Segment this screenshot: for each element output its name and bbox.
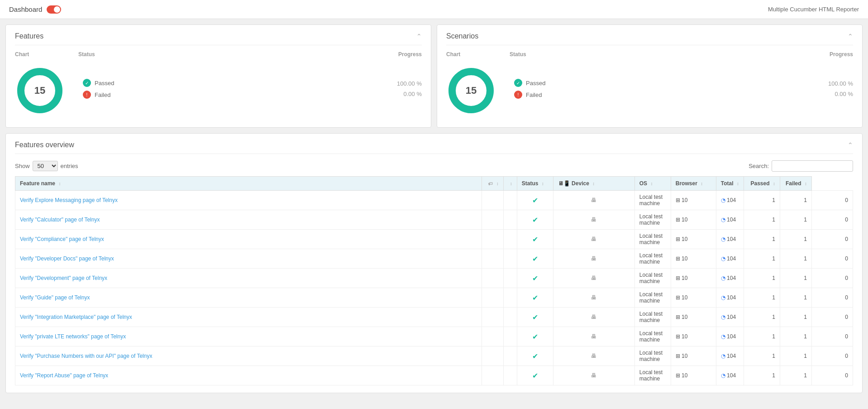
cell-status: ✔ (517, 269, 553, 288)
cell-os: ⊞ 10 (671, 308, 716, 327)
col-header-total[interactable]: Total ↕ (716, 177, 744, 191)
entries-select[interactable]: 50 25 10 100 (33, 161, 58, 171)
feature-name-link[interactable]: Verify "private LTE networks" page of Te… (20, 333, 126, 340)
cell-device-label: Local test machine (634, 288, 671, 308)
features-donut-value: 15 (34, 85, 45, 96)
cell-scenario-count (503, 191, 517, 210)
chrome-icon: ◔ (721, 217, 725, 223)
scenarios-passed-item: ✓ Passed (514, 79, 785, 87)
cell-device-icon: 🖶 (553, 210, 634, 230)
scenarios-progress-area: 100.00 % 0.00 % (803, 80, 853, 101)
sort-icon-scenarios: ↕ (510, 181, 512, 186)
cell-tags (482, 327, 503, 346)
cell-failed: 0 (811, 269, 853, 288)
chrome-icon: ◔ (721, 353, 725, 359)
status-check-icon: ✔ (532, 313, 538, 321)
cell-feature-name: Verify "Purchase Numbers with our API" p… (15, 346, 482, 366)
cell-total: 1 (744, 269, 780, 288)
col-header-feature-name[interactable]: Feature name ↕ (15, 177, 482, 191)
cell-passed: 1 (780, 288, 811, 308)
feature-name-link[interactable]: Verify "Development" page of Telnyx (20, 275, 107, 281)
col-header-failed[interactable]: Failed ↕ (780, 177, 811, 191)
overview-collapse-icon[interactable]: ⌃ (848, 141, 853, 149)
col-header-os[interactable]: OS ↕ (634, 177, 671, 191)
chrome-icon: ◔ (721, 294, 725, 301)
feature-name-link[interactable]: Verify "Compliance" page of Telnyx (20, 236, 104, 242)
cell-total: 1 (744, 230, 780, 249)
cell-tags (482, 308, 503, 327)
main-content: Features ⌃ Chart Status Progress (0, 19, 868, 399)
cell-status: ✔ (517, 308, 553, 327)
cell-os: ⊞ 10 (671, 366, 716, 385)
feature-name-link[interactable]: Verify "Calculator" page of Telnyx (20, 217, 100, 223)
windows-icon: ⊞ (676, 314, 680, 320)
cell-status: ✔ (517, 346, 553, 366)
cell-scenario-count (503, 210, 517, 230)
topbar-left: Dashboard (9, 5, 61, 14)
scenarios-passed-label: Passed (526, 80, 545, 87)
sort-icon-os: ↕ (650, 181, 653, 186)
device-icon-header: 🖥📱 (558, 180, 570, 187)
col-header-scenarios-count[interactable]: ↕ (503, 177, 517, 191)
feature-name-link[interactable]: Verify "Guide" page of Telnyx (20, 294, 90, 301)
scenarios-failed-label: Failed (526, 91, 542, 98)
cell-tags (482, 346, 503, 366)
cell-device-label: Local test machine (634, 308, 671, 327)
cell-failed: 0 (811, 230, 853, 249)
cell-passed: 1 (780, 308, 811, 327)
cell-device-label: Local test machine (634, 191, 671, 210)
feature-name-link[interactable]: Verify "Integration Marketplace" page of… (20, 314, 132, 320)
col-header-device[interactable]: 🖥📱 Device ↕ (553, 177, 634, 191)
status-check-icon: ✔ (532, 255, 538, 263)
desktop-icon: 🖶 (591, 372, 596, 379)
cell-passed: 1 (780, 269, 811, 288)
dashboard-title: Dashboard (9, 5, 42, 13)
feature-name-link[interactable]: Verify "Purchase Numbers with our API" p… (20, 353, 152, 359)
cell-total: 1 (744, 210, 780, 230)
status-check-icon: ✔ (532, 352, 538, 360)
cell-device-icon: 🖶 (553, 288, 634, 308)
feature-name-link[interactable]: Verify Explore Messaging page of Telnyx (20, 197, 118, 203)
cell-failed: 0 (811, 288, 853, 308)
features-failed-item: ! Failed (83, 91, 354, 99)
chrome-icon: ◔ (721, 314, 725, 320)
cell-failed: 0 (811, 366, 853, 385)
col-header-passed[interactable]: Passed ↕ (744, 177, 780, 191)
col-header-status[interactable]: Status ↕ (517, 177, 553, 191)
cell-browser: ◔ 104 (716, 269, 744, 288)
scenarios-card-header: Scenarios ⌃ (446, 32, 853, 45)
desktop-icon: 🖶 (591, 275, 596, 281)
cell-feature-name: Verify "Compliance" page of Telnyx (15, 230, 482, 249)
cell-os: ⊞ 10 (671, 327, 716, 346)
scenarios-col-status: Status (510, 51, 803, 58)
desktop-icon: 🖶 (591, 333, 596, 340)
cell-device-icon: 🖶 (553, 308, 634, 327)
cell-device-label: Local test machine (634, 249, 671, 269)
table-row: Verify "Development" page of Telnyx✔🖶Loc… (15, 269, 853, 288)
cell-scenario-count (503, 288, 517, 308)
cell-feature-name: Verify "private LTE networks" page of Te… (15, 327, 482, 346)
col-header-browser[interactable]: Browser ↕ (671, 177, 716, 191)
table-row: Verify "Guide" page of Telnyx✔🖶Local tes… (15, 288, 853, 308)
table-row: Verify "private LTE networks" page of Te… (15, 327, 853, 346)
scenarios-collapse-icon[interactable]: ⌃ (848, 33, 853, 40)
cell-feature-name: Verify "Developer Docs" page of Telnyx (15, 249, 482, 269)
col-header-tags[interactable]: 🏷 ↕ (482, 177, 503, 191)
dashboard-toggle-icon[interactable] (47, 5, 61, 14)
cell-total: 1 (744, 288, 780, 308)
cell-scenario-count (503, 249, 517, 269)
features-card-body: 15 ✓ Passed ! Failed 100.00 % 0.00 (15, 61, 422, 120)
scenarios-failed-item: ! Failed (514, 91, 785, 99)
features-donut-chart: 15 (15, 66, 65, 115)
cell-status: ✔ (517, 249, 553, 269)
cell-tags (482, 230, 503, 249)
feature-name-link[interactable]: Verify "Developer Docs" page of Telnyx (20, 255, 114, 262)
cell-browser: ◔ 104 (716, 288, 744, 308)
feature-name-link[interactable]: Verify "Report Abuse" page of Telnyx (20, 372, 108, 379)
search-input[interactable] (772, 160, 853, 172)
search-label: Search: (749, 163, 769, 169)
cell-os: ⊞ 10 (671, 269, 716, 288)
status-check-icon: ✔ (532, 274, 538, 282)
features-collapse-icon[interactable]: ⌃ (416, 33, 422, 40)
cell-status: ✔ (517, 191, 553, 210)
